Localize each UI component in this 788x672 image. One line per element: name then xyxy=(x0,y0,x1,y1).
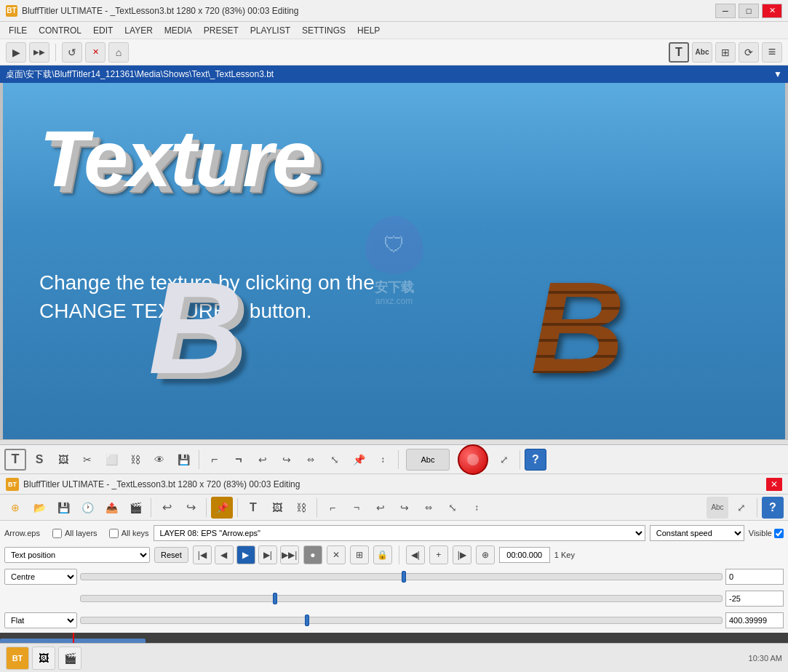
maximize-button[interactable]: □ xyxy=(739,4,759,18)
menu-layer[interactable]: LAYER xyxy=(119,24,158,37)
menu-edit[interactable]: EDIT xyxy=(87,24,119,37)
flip2-btn[interactable]: ↕ xyxy=(372,449,394,471)
abc-preview-btn[interactable]: Abc xyxy=(406,449,450,471)
centre-dropdown[interactable]: Centre xyxy=(4,569,77,585)
rotate-r-btn[interactable]: ↪ xyxy=(276,449,298,471)
slider-x-thumb[interactable] xyxy=(402,571,406,583)
save-tool-btn[interactable]: 💾 xyxy=(172,449,194,471)
prev-key-btn[interactable]: ◀| xyxy=(406,545,425,564)
visible-checkbox[interactable] xyxy=(774,529,784,538)
eye-tool-btn[interactable]: 👁 xyxy=(148,449,170,471)
window2-close-button[interactable]: ✕ xyxy=(766,478,782,491)
play-pause-button[interactable]: ▶ xyxy=(236,545,255,564)
filepath-dropdown[interactable]: ▼ xyxy=(773,69,782,79)
menu-file[interactable]: FILE xyxy=(3,24,33,37)
loop-btn[interactable]: ⊞ xyxy=(350,545,369,564)
val-y-input[interactable] xyxy=(725,591,784,607)
flat-dropdown[interactable]: Flat xyxy=(4,612,77,628)
bracket-r-btn[interactable]: ¬ xyxy=(228,449,250,471)
forward-button[interactable]: ▶▶ xyxy=(29,42,49,63)
record-button[interactable] xyxy=(458,444,488,475)
menu-playlist[interactable]: PLAYLIST xyxy=(244,24,296,37)
flip-btn[interactable]: ⇔ xyxy=(300,449,322,471)
slider-x[interactable] xyxy=(80,573,723,580)
inner-scale2-btn[interactable]: ⤡ xyxy=(442,497,463,519)
menu-preset[interactable]: PRESET xyxy=(198,24,244,37)
inner-abc-btn[interactable]: Abc xyxy=(707,497,728,519)
minimize-button[interactable]: ─ xyxy=(715,4,736,18)
menu-settings[interactable]: SETTINGS xyxy=(296,24,351,37)
reload-button[interactable]: ↺ xyxy=(62,42,82,63)
scale-btn[interactable]: ⤡ xyxy=(324,449,346,471)
taskbar-icon-3[interactable]: 🎬 xyxy=(58,647,81,670)
inner-save-btn[interactable]: 💾 xyxy=(52,497,74,519)
slider-z[interactable] xyxy=(80,617,723,624)
next-frame-button[interactable]: ▶| xyxy=(258,545,277,564)
inner-flip2-btn[interactable]: ↕ xyxy=(466,497,487,519)
layer-select[interactable]: LAYER 08: EPS "Arrow.eps" xyxy=(154,525,645,541)
inner-brl-btn[interactable]: ⌐ xyxy=(322,497,343,519)
inner-brr-btn[interactable]: ¬ xyxy=(346,497,367,519)
inner-text-btn[interactable]: T xyxy=(242,497,264,519)
close-button[interactable]: ✕ xyxy=(762,4,782,18)
skip-end-button[interactable]: ▶▶| xyxy=(280,545,299,564)
bracket-l-btn[interactable]: ⌐ xyxy=(204,449,226,471)
shape-tool-btn[interactable]: S xyxy=(28,449,50,471)
all-layers-checkbox[interactable] xyxy=(52,529,62,538)
speed-select[interactable]: Constant speed xyxy=(650,525,744,541)
time-input[interactable] xyxy=(499,547,550,563)
rotate-icon[interactable]: ⟳ xyxy=(739,42,759,63)
image-tool-btn[interactable]: 🖼 xyxy=(52,449,74,471)
inner-rot2-btn[interactable]: ↪ xyxy=(394,497,415,519)
inner-flip-btn[interactable]: ⇔ xyxy=(418,497,439,519)
inner-rot-btn[interactable]: ↩ xyxy=(370,497,391,519)
rotate-l-btn[interactable]: ↩ xyxy=(252,449,274,471)
add-key-btn[interactable]: ⊕ xyxy=(476,545,495,564)
stop-button[interactable]: ✕ xyxy=(85,42,106,63)
play-button[interactable]: ▶ xyxy=(6,42,26,63)
menu-control[interactable]: CONTROL xyxy=(33,24,87,37)
menu-media[interactable]: MEDIA xyxy=(159,24,198,37)
inner-chain-btn[interactable]: ⛓ xyxy=(290,497,312,519)
val-x-input[interactable] xyxy=(725,569,784,585)
skip-start-button[interactable]: |◀ xyxy=(193,545,212,564)
slider-y[interactable] xyxy=(80,595,723,602)
inner-export-btn[interactable]: 📤 xyxy=(100,497,122,519)
inner-undo-btn[interactable]: ↩ xyxy=(156,497,178,519)
expand-btn[interactable]: ⤢ xyxy=(493,449,515,471)
inner-clock-btn[interactable]: 🕐 xyxy=(76,497,98,519)
slider-y-thumb[interactable] xyxy=(273,593,277,604)
menu-icon[interactable]: ≡ xyxy=(762,42,782,63)
text-tool-btn[interactable]: T xyxy=(4,449,26,471)
text-format-icon[interactable]: T xyxy=(669,42,689,63)
path-tool-btn[interactable]: ✂ xyxy=(76,449,98,471)
grid-icon[interactable]: ⊞ xyxy=(715,42,736,63)
inner-video-btn[interactable]: 🎬 xyxy=(124,497,146,519)
chain-tool-btn[interactable]: ⛓ xyxy=(124,449,146,471)
taskbar-icon-1[interactable]: BT xyxy=(6,647,29,670)
inner-redo-btn[interactable]: ↪ xyxy=(180,497,202,519)
all-keys-checkbox[interactable] xyxy=(109,529,119,538)
lock-btn[interactable]: 🔒 xyxy=(373,545,392,564)
val-z-input[interactable] xyxy=(725,612,784,628)
inner-new-btn[interactable]: ⊕ xyxy=(4,497,26,519)
box-tool-btn[interactable]: ⬜ xyxy=(100,449,122,471)
position-dropdown[interactable]: Text position xyxy=(4,547,150,563)
prev-frame-button[interactable]: ◀ xyxy=(215,545,234,564)
next-key-btn[interactable]: |▶ xyxy=(453,545,471,564)
delete-key-btn[interactable]: ✕ xyxy=(327,545,346,564)
keyframe-btn[interactable]: ● xyxy=(303,545,322,564)
slider-z-thumb[interactable] xyxy=(305,615,309,626)
menu-help[interactable]: HELP xyxy=(351,24,386,37)
taskbar-icon-2[interactable]: 🖼 xyxy=(32,647,55,670)
inner-img-btn[interactable]: 🖼 xyxy=(266,497,288,519)
reset-button[interactable]: Reset xyxy=(154,547,188,563)
inner-help-btn[interactable]: ? xyxy=(762,497,784,519)
pin-btn[interactable]: 📌 xyxy=(348,449,370,471)
abc-icon[interactable]: Abc xyxy=(692,42,712,63)
inner-expand2-btn[interactable]: ⤢ xyxy=(731,497,752,519)
home-button[interactable]: ⌂ xyxy=(108,42,129,63)
insert-key-btn[interactable]: + xyxy=(429,545,448,564)
inner-pin-btn[interactable]: 📌 xyxy=(211,497,233,519)
help-btn[interactable]: ? xyxy=(525,449,546,471)
